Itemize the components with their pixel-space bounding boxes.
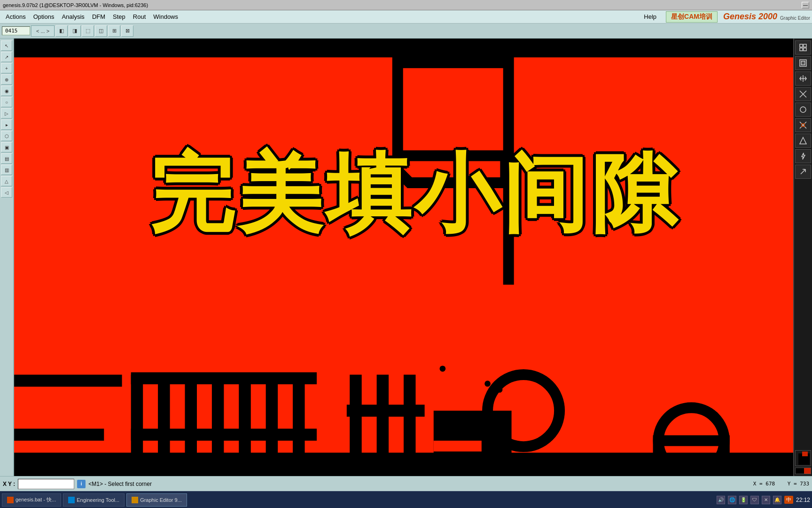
left-tool-9[interactable]: ⬡ (1, 131, 12, 141)
rt-layer-select[interactable] (795, 40, 811, 55)
task-genesis[interactable]: genesis.bat - 快... (2, 493, 61, 507)
product-subtitle: Graphic Editor (780, 16, 810, 21)
sys-icon-shield[interactable]: 🛡 (750, 496, 759, 504)
svg-rect-6 (239, 375, 251, 476)
canvas-area[interactable]: 完美填小间隙 (14, 39, 793, 476)
pcb-background: 完美填小间隙 (14, 57, 793, 476)
task-engineering[interactable]: Engineering Tool... (63, 493, 125, 507)
toolbar-btn-4[interactable]: ◫ (95, 25, 107, 37)
svg-point-20 (497, 387, 503, 393)
info-button[interactable]: i (77, 480, 86, 488)
left-tool-6[interactable]: ○ (1, 97, 12, 107)
toolbar-btn-3[interactable]: ⬚ (82, 25, 94, 37)
help-button[interactable]: Help (640, 12, 660, 22)
mini-map (795, 450, 811, 466)
svg-marker-39 (800, 137, 806, 144)
left-tool-14[interactable]: ◁ (1, 187, 12, 198)
title-text: genesis.9.07b2 (1@DESKTOP-3R00LVM - Wind… (3, 2, 148, 8)
sys-icon-network[interactable]: 🌐 (728, 496, 736, 504)
left-toolbar: ↖ ↗ + ⊕ ◉ ○ ▷ ▸ ⬡ ▣ ▤ ▥ △ ◁ (0, 39, 14, 476)
svg-rect-24 (347, 405, 425, 417)
toolbar-btn-2[interactable]: ◨ (69, 25, 81, 37)
svg-rect-2 (131, 375, 143, 476)
menu-bar: Actions Options Analysis DFM Step Rout W… (0, 10, 812, 24)
svg-rect-7 (266, 375, 278, 476)
svg-rect-30 (804, 48, 806, 51)
menu-dfm[interactable]: DFM (88, 12, 109, 22)
menu-rout[interactable]: Rout (129, 12, 149, 22)
left-tool-4[interactable]: ⊕ (1, 74, 12, 85)
mini-map-bar (795, 468, 811, 474)
minimize-button[interactable]: — (802, 2, 809, 8)
main-chinese-text: 完美填小间隙 (149, 151, 679, 236)
svg-rect-27 (800, 44, 803, 47)
status-message: <M1> - Select first corner (88, 481, 152, 487)
left-tool-8[interactable]: ▸ (1, 119, 12, 130)
svg-rect-11 (377, 375, 389, 476)
engineering-icon (68, 497, 75, 503)
toolbar-btn-6[interactable]: ⊠ (121, 25, 133, 37)
menu-windows[interactable]: Windows (149, 12, 182, 22)
svg-rect-32 (801, 61, 805, 65)
genesis-icon (7, 497, 14, 503)
right-toolbar (793, 39, 812, 476)
left-tool-1[interactable]: ↖ (1, 40, 12, 51)
svg-point-18 (440, 365, 446, 372)
rt-cut-tool[interactable] (795, 87, 811, 101)
svg-rect-4 (185, 375, 197, 476)
rt-flash-tool[interactable] (795, 149, 811, 163)
toolbar-btn-1[interactable]: ◧ (55, 25, 68, 37)
graphic-icon (132, 497, 138, 503)
sys-icon-audio[interactable]: 🔊 (717, 496, 725, 504)
left-tool-11[interactable]: ▤ (1, 153, 12, 164)
task-graphic-label: Graphic Editor 9... (140, 497, 182, 503)
svg-rect-15 (658, 441, 724, 476)
taskbar-right: 🔊 🌐 🔋 🛡 ✕ 🔔 中 22:12 (717, 496, 810, 504)
sys-icon-close[interactable]: ✕ (762, 496, 770, 504)
left-tool-5[interactable]: ◉ (1, 86, 12, 96)
sys-icon-notify[interactable]: 🔔 (773, 496, 781, 504)
svg-point-19 (484, 381, 491, 387)
rt-resize-tool[interactable] (795, 71, 811, 86)
svg-point-35 (800, 107, 806, 112)
svg-rect-3 (158, 375, 170, 476)
left-tool-3[interactable]: + (1, 63, 12, 73)
menu-options[interactable]: Options (30, 12, 58, 22)
left-tool-12[interactable]: ▥ (1, 165, 12, 175)
coord-x: X = 678 (753, 481, 775, 487)
left-tool-13[interactable]: △ (1, 176, 12, 186)
canvas-black-top (14, 39, 793, 60)
coord-display: 0415 (2, 26, 30, 35)
taskbar: genesis.bat - 快... Engineering Tool... G… (0, 491, 812, 508)
mini-map-cursor (804, 468, 811, 474)
left-tool-7[interactable]: ▷ (1, 108, 12, 119)
rt-info-tool[interactable] (795, 118, 811, 132)
left-tool-10[interactable]: ▣ (1, 142, 12, 152)
svg-rect-28 (804, 44, 806, 47)
xy-label: X Y : (3, 481, 15, 487)
menu-right-area: Help 星创CAM培训 Genesis 2000 Graphic Editor (640, 11, 810, 23)
xy-input[interactable] (18, 479, 74, 489)
task-graphic[interactable]: Graphic Editor 9... (126, 493, 187, 507)
svg-rect-22 (14, 429, 104, 441)
menu-analysis[interactable]: Analysis (58, 12, 88, 22)
rt-arrow-tool[interactable] (795, 165, 811, 179)
svg-rect-0 (398, 63, 508, 156)
svg-rect-25 (434, 411, 512, 465)
rt-triangle-tool[interactable] (795, 134, 811, 148)
rt-select-tool[interactable] (795, 56, 811, 70)
svg-rect-10 (350, 375, 362, 476)
menu-step[interactable]: Step (109, 12, 129, 22)
lang-indicator[interactable]: 中 (784, 496, 793, 504)
product-info: Genesis 2000 Graphic Editor (723, 12, 810, 22)
menu-actions[interactable]: Actions (2, 12, 30, 22)
toolbar-btn-5[interactable]: ⊞ (108, 25, 120, 37)
svg-rect-29 (800, 48, 803, 51)
svg-rect-16 (14, 452, 793, 476)
product-name: Genesis 2000 (723, 12, 777, 22)
rt-circle-tool[interactable] (795, 103, 811, 117)
dots-button[interactable]: < ... > (31, 25, 55, 37)
left-tool-2[interactable]: ↗ (1, 52, 12, 62)
sys-icon-battery[interactable]: 🔋 (739, 496, 748, 504)
status-bar: X Y : i <M1> - Select first corner X = 6… (0, 476, 812, 491)
